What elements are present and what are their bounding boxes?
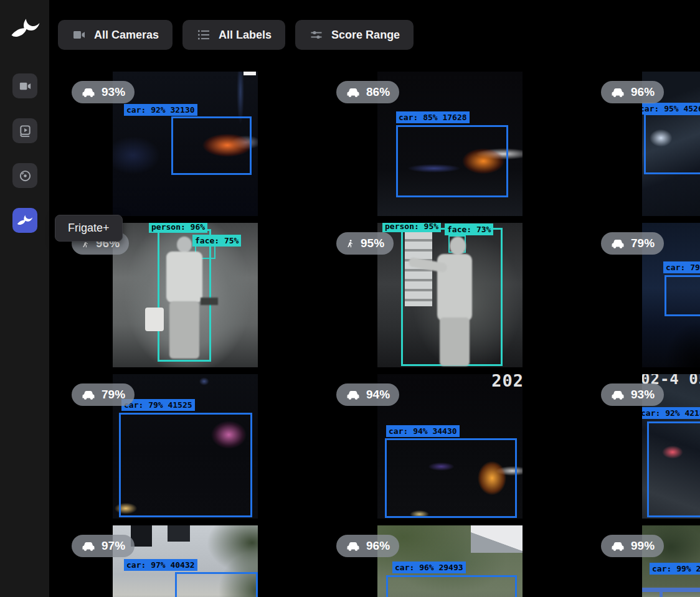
sidebar-item-export[interactable] <box>12 163 37 188</box>
bbox-label: car: 99% 25 <box>650 563 700 575</box>
car-icon <box>346 86 361 98</box>
badge-score: 86% <box>366 85 390 99</box>
badge-score: 95% <box>361 237 384 250</box>
bbox-label: car: 95% 45260 <box>642 103 700 115</box>
car-icon <box>346 388 361 401</box>
detection-thumbnail[interactable]: person: 96% face: 75% <box>113 223 258 367</box>
detection-thumbnail[interactable]: 202 car: 94% 34430 <box>377 374 523 519</box>
bounding-box <box>386 575 517 597</box>
bbox-label: person: 96% <box>149 223 207 233</box>
detection-card: person: 96% face: 75% 96% <box>65 223 330 374</box>
sidebar-item-review[interactable] <box>12 118 37 143</box>
badge-score: 93% <box>631 388 655 402</box>
detection-card: car: 92% 32130 93% <box>65 72 330 223</box>
car-icon <box>610 237 625 250</box>
detection-thumbnail[interactable]: car: 92% 32130 <box>113 72 258 216</box>
detection-thumbnail[interactable]: car: 96% 29493 <box>377 525 523 597</box>
score-badge: 97% <box>72 535 135 557</box>
bounding-box <box>644 113 700 174</box>
house-window <box>168 525 190 542</box>
badge-score: 93% <box>102 85 125 99</box>
score-badge: 95% <box>336 232 394 255</box>
detections-grid: car: 92% 32130 93% car: 85% 17628 86% ca… <box>65 72 700 597</box>
badge-score: 96% <box>366 539 390 553</box>
all-cameras-button[interactable]: All Cameras <box>58 20 173 50</box>
filter-toolbar: All Cameras All Labels Score Range <box>58 20 414 50</box>
osd-fragment <box>244 72 256 75</box>
face-label: face: 73% <box>445 223 493 235</box>
bounding-box <box>171 116 252 175</box>
railing <box>642 588 700 592</box>
frigate-plus-tooltip: Frigate+ <box>55 215 123 242</box>
car-icon <box>346 540 361 552</box>
all-labels-button[interactable]: All Labels <box>182 20 285 50</box>
car-icon <box>610 388 625 401</box>
railing <box>660 592 663 597</box>
detection-card: car: 79% 79% <box>595 223 700 374</box>
bounding-box <box>665 275 700 316</box>
list-icon <box>196 27 211 42</box>
detection-card: car: 85% 17628 86% <box>330 72 595 223</box>
held-object <box>201 298 218 305</box>
score-badge: 86% <box>336 81 399 103</box>
car-icon <box>81 540 96 552</box>
bounding-box <box>385 438 517 518</box>
person-figure <box>177 237 192 253</box>
disc-icon <box>18 169 32 183</box>
bucket <box>145 308 164 331</box>
sidebar-item-frigate-plus[interactable] <box>12 208 37 233</box>
detection-thumbnail[interactable]: person: 95% face: 73% <box>377 223 523 367</box>
person-figure <box>166 251 202 303</box>
score-badge: 93% <box>601 383 664 406</box>
detection-card: car: 96% 29493 96% <box>330 525 595 597</box>
bbox-label: car: 96% 29493 <box>392 562 466 573</box>
score-badge: 99% <box>601 535 664 557</box>
score-badge: 79% <box>601 232 664 255</box>
score-range-button[interactable]: Score Range <box>295 20 414 50</box>
score-badge: 79% <box>72 383 135 406</box>
detection-thumbnail[interactable]: car: 79% 41525 <box>113 374 258 519</box>
detection-card: car: 79% 41525 79% <box>65 374 330 525</box>
bbox-label: car: 79% <box>663 261 700 273</box>
camera-icon <box>72 27 87 42</box>
car-icon <box>610 86 625 98</box>
bounding-box <box>647 421 700 517</box>
bbox-label: car: 85% 17628 <box>396 111 470 123</box>
bird-icon <box>17 212 33 228</box>
bbox-label: person: 95% <box>382 223 441 232</box>
score-range-label: Score Range <box>331 29 400 42</box>
bbox-label: car: 92% 4218 <box>642 407 700 419</box>
person-figure <box>450 237 466 255</box>
detection-thumbnail[interactable]: car: 85% 17628 <box>377 72 523 216</box>
badge-score: 79% <box>102 388 125 402</box>
house <box>471 525 523 553</box>
car-icon <box>81 86 96 98</box>
score-badge: 96% <box>336 535 399 557</box>
sliders-icon <box>309 27 324 42</box>
detection-thumbnail[interactable]: car: 97% 40432 <box>113 525 258 597</box>
all-labels-label: All Labels <box>219 29 272 42</box>
person-figure <box>440 317 470 366</box>
score-badge: 96% <box>601 81 664 103</box>
person-figure <box>169 301 199 359</box>
detection-card: car: 97% 40432 97% <box>65 525 330 597</box>
all-cameras-label: All Cameras <box>94 29 159 42</box>
sidebar <box>0 0 50 597</box>
badge-score: 97% <box>102 539 125 553</box>
camera-icon <box>18 79 32 93</box>
frigate-logo-icon <box>11 14 40 44</box>
badge-score: 99% <box>631 539 655 553</box>
bbox-label: car: 92% 32130 <box>124 104 197 116</box>
bbox-label: car: 94% 34430 <box>386 425 460 437</box>
bbox-label: car: 97% 40432 <box>124 559 197 571</box>
detection-card: car: 99% 25 99% <box>595 525 700 597</box>
detection-card: person: 95% face: 73% 95% <box>330 223 595 374</box>
detection-card: car: 95% 45260 96% <box>595 72 700 223</box>
badge-score: 79% <box>631 237 655 250</box>
detection-card: 02-4 05 0 car: 92% 4218 93% <box>595 374 700 525</box>
person-icon <box>346 237 355 250</box>
bounding-box <box>119 413 252 517</box>
review-icon <box>18 124 32 138</box>
sidebar-item-live[interactable] <box>12 73 37 98</box>
badge-score: 94% <box>366 388 390 402</box>
